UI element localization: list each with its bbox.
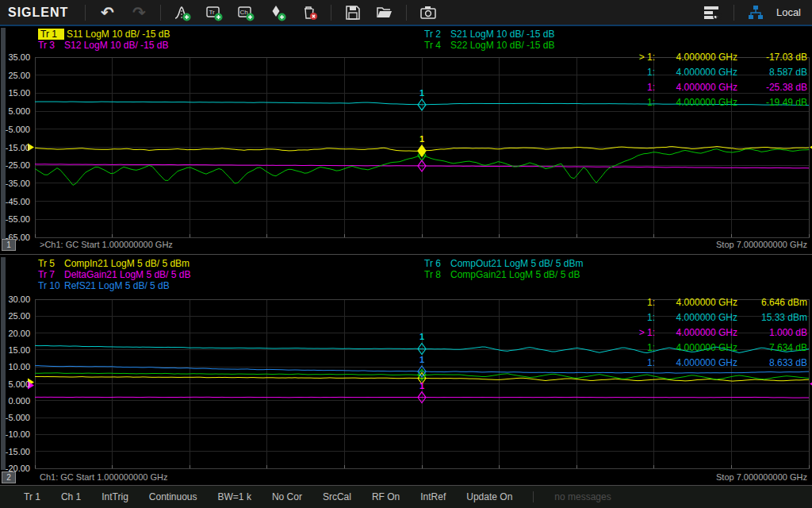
trace-id[interactable]: Tr 3 (38, 40, 64, 51)
status-item-no-cor[interactable]: No Cor (272, 491, 302, 502)
add-channel-icon[interactable]: Ch (236, 2, 256, 23)
trace-label-tr4[interactable]: Tr 4S22 LogM 10 dB/ -15 dB (424, 40, 554, 51)
trace-format: CompOut21 LogM 5 dB/ 5 dBm (450, 258, 583, 269)
trace-id[interactable]: Tr 6 (424, 258, 450, 269)
y-tick: 35.00 (0, 52, 30, 62)
add-marker-icon[interactable] (267, 2, 288, 23)
y-tick: -5.000 (0, 413, 30, 422)
marker-value: 6.646 dBm (737, 297, 807, 308)
screenshot-icon[interactable] (418, 2, 439, 23)
marker-readout-row: 1:4.000000 GHz8.633 dB (628, 356, 807, 369)
svg-text:Tr: Tr (209, 9, 216, 16)
marker-number: 1: (628, 297, 655, 308)
sweep-stop-label: Stop 7.000000000 GHz (716, 240, 807, 249)
trace-label-tr2[interactable]: Tr 2S21 LogM 10 dB/ -15 dB (424, 29, 554, 40)
trace-format: CompIn21 LogM 5 dB/ 5 dBm (64, 258, 190, 269)
marker-value: 15.33 dBm (737, 312, 807, 323)
y-tick: -15.00 (0, 447, 30, 456)
trace-label-tr6[interactable]: Tr 6CompOut21 LogM 5 dB/ 5 dBm (424, 258, 583, 269)
channel-footer-2: Ch1: GC Start 1.000000000 GHz Stop 7.000… (0, 471, 812, 484)
y-tick: 20.00 (0, 329, 30, 338)
trace-id[interactable]: Tr 10 (38, 280, 64, 291)
trace-id[interactable]: Tr 4 (424, 40, 450, 51)
marker-number-label: 1 (419, 134, 424, 144)
marker-readout-row: 1:4.000000 GHz15.33 dBm (628, 311, 807, 324)
trace-format: CompGain21 LogM 5 dB/ 5 dB (450, 269, 580, 280)
status-item-intref[interactable]: IntRef (420, 491, 446, 502)
trace-label-tr10[interactable]: Tr 10RefS21 LogM 5 dB/ 5 dB (38, 280, 170, 291)
y-tick: -35.00 (0, 179, 30, 188)
toolbar-divider (85, 5, 86, 21)
window-layout-icon[interactable] (702, 2, 722, 23)
add-trace-icon[interactable]: Tr (204, 2, 224, 23)
marker-frequency: 4.000000 GHz (655, 327, 737, 338)
marker-readout-row: > 1:4.000000 GHz-17.03 dB (628, 51, 807, 64)
sweep-stop-label: Stop 7.000000000 GHz (716, 472, 807, 482)
marker-readout-row: 1:4.000000 GHz7.634 dB (628, 341, 807, 354)
marker-number-label: 1 (419, 355, 424, 364)
local-mode-label[interactable]: Local (772, 6, 812, 18)
delete-icon[interactable] (299, 2, 320, 23)
trace-format: S11 LogM 10 dB/ -15 dB (67, 29, 170, 40)
redo-icon[interactable]: ↷ (128, 2, 149, 23)
trace-id[interactable]: Tr 8 (424, 269, 450, 280)
channel-window-1: 11 35.0025.0015.005.000-5.000-15.00-25.0… (0, 26, 812, 255)
recall-icon[interactable] (374, 2, 395, 23)
y-tick: -25.00 (0, 160, 30, 170)
y-tick: 10.00 (0, 362, 30, 371)
marker-readout-row: 1:4.000000 GHz-19.49 dB (628, 96, 807, 109)
marker-value: -19.49 dB (737, 97, 807, 108)
window-number-1[interactable]: 1 (2, 239, 16, 251)
status-item-inttrig[interactable]: IntTrig (102, 491, 128, 502)
y-tick: -45.00 (0, 197, 30, 206)
status-item-bw-1-k[interactable]: BW=1 k (218, 491, 251, 502)
status-item-continuous[interactable]: Continuous (149, 491, 197, 502)
save-icon[interactable] (343, 2, 363, 23)
network-icon[interactable] (745, 2, 766, 23)
toolbar-divider (331, 5, 331, 21)
marker-frequency: 4.000000 GHz (655, 67, 737, 78)
marker-value: 8.587 dB (737, 67, 807, 78)
marker-number: 1: (628, 67, 655, 78)
trace-label-tr1[interactable]: Tr 1S11 LogM 10 dB/ -15 dB (38, 29, 170, 40)
marker-readout-row: 1:4.000000 GHz6.646 dBm (628, 296, 807, 309)
trace-label-tr3[interactable]: Tr 3S12 LogM 10 dB/ -15 dB (38, 40, 168, 51)
siglent-logo: SIGLENT (0, 6, 79, 20)
y-tick: -55.00 (0, 214, 30, 224)
undo-icon[interactable]: ↶ (97, 2, 117, 23)
marker-frequency: 4.000000 GHz (655, 297, 737, 308)
marker-number-label: 1 (419, 381, 424, 391)
toolbar-divider (733, 5, 734, 21)
trace-label-tr8[interactable]: Tr 8CompGain21 LogM 5 dB/ 5 dB (424, 269, 580, 280)
status-message: no messages (554, 491, 611, 502)
window-number-2[interactable]: 2 (2, 471, 16, 483)
marker-frequency: 4.000000 GHz (655, 82, 737, 93)
marker-number: 1: (628, 312, 655, 323)
marker-frequency: 4.000000 GHz (655, 342, 737, 353)
trace-id[interactable]: Tr 5 (38, 258, 64, 269)
status-item-tr-1[interactable]: Tr 1 (24, 491, 40, 502)
trace-format: DeltaGain21 LogM 5 dB/ 5 dB (64, 269, 190, 280)
trace-id[interactable]: Tr 7 (38, 269, 64, 280)
status-item-ch-1[interactable]: Ch 1 (61, 491, 81, 502)
toolbar: SIGLENT ↶ ↷ Tr Ch (0, 0, 812, 26)
marker-number: 1: (628, 97, 655, 108)
trace-id[interactable]: Tr 1 (38, 29, 64, 40)
status-item-update-on[interactable]: Update On (466, 491, 512, 502)
trace-format: RefS21 LogM 5 dB/ 5 dB (64, 280, 170, 291)
status-item-srccal[interactable]: SrcCal (323, 491, 351, 502)
trace-label-tr7[interactable]: Tr 7DeltaGain21 LogM 5 dB/ 5 dB (38, 269, 190, 280)
marker-frequency: 4.000000 GHz (655, 97, 737, 108)
y-tick: 15.00 (0, 345, 30, 355)
status-item-rf-on[interactable]: RF On (372, 491, 400, 502)
trace-label-tr5[interactable]: Tr 5CompIn21 LogM 5 dB/ 5 dBm (38, 258, 190, 269)
add-measurement-icon[interactable] (172, 2, 193, 23)
trace-deltagain21 (35, 397, 809, 398)
marker-frequency: 4.000000 GHz (655, 52, 737, 63)
marker-number-label: 1 (419, 88, 424, 98)
marker-value: -17.03 dB (737, 52, 807, 63)
marker-frequency: 4.000000 GHz (655, 357, 737, 368)
trace-id[interactable]: Tr 2 (424, 29, 450, 40)
y-tick: 25.00 (0, 71, 30, 80)
marker-number: > 1: (628, 327, 655, 338)
